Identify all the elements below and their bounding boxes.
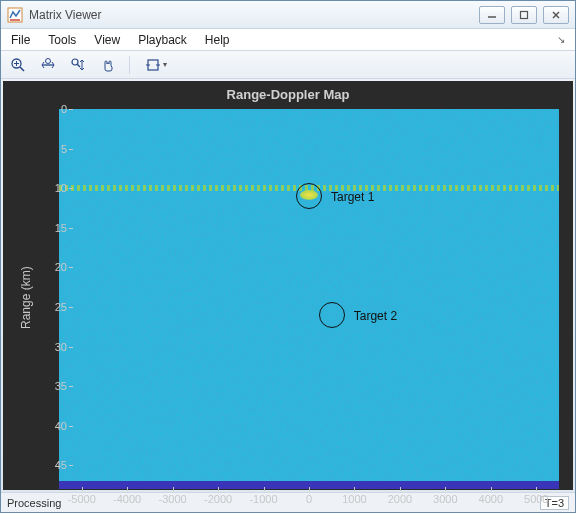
autoscale-button[interactable]: ▾ <box>140 54 172 76</box>
maximize-button[interactable] <box>511 6 537 24</box>
zoom-y-button[interactable] <box>67 54 89 76</box>
target-2-marker <box>319 302 345 328</box>
target-1-label: Target 1 <box>331 190 374 204</box>
menubar-overflow-icon[interactable]: ↘ <box>557 34 565 45</box>
menu-tools[interactable]: Tools <box>48 33 76 47</box>
toolbar: ▾ <box>1 51 575 79</box>
menu-playback[interactable]: Playback <box>138 33 187 47</box>
svg-line-12 <box>77 64 80 67</box>
window-controls <box>479 6 569 24</box>
zoom-in-button[interactable] <box>7 54 29 76</box>
svg-line-6 <box>20 67 24 71</box>
app-window: Matrix Viewer File Tools View Playback H… <box>0 0 576 513</box>
magnifier-plus-icon <box>10 57 26 73</box>
svg-rect-17 <box>59 109 559 489</box>
svg-rect-2 <box>521 11 528 18</box>
heatmap-surface[interactable]: Target 1 Target 2 <box>59 109 559 489</box>
window-title: Matrix Viewer <box>29 8 479 22</box>
status-text: Processing <box>7 497 61 509</box>
plot-panel: Range-Doppler Map Target 1 <box>3 81 573 490</box>
axes[interactable]: Target 1 Target 2 <box>59 109 559 489</box>
zoom-y-icon <box>70 57 86 73</box>
noise-layer <box>59 109 559 489</box>
axes-wrap: Target 1 Target 2 051015202530354045 -50… <box>3 81 573 490</box>
hand-icon <box>100 57 116 73</box>
menu-file[interactable]: File <box>11 33 30 47</box>
toolbar-separator <box>129 56 130 74</box>
titlebar[interactable]: Matrix Viewer <box>1 1 575 29</box>
dropdown-icon: ▾ <box>163 60 167 69</box>
svg-point-10 <box>46 58 51 63</box>
pan-button[interactable] <box>97 54 119 76</box>
target-2-label: Target 2 <box>354 309 397 323</box>
autoscale-icon <box>145 57 161 73</box>
y-axis-label: Range (km) <box>19 266 33 329</box>
zoom-x-button[interactable] <box>37 54 59 76</box>
menubar: File Tools View Playback Help ↘ <box>1 29 575 51</box>
minimize-button[interactable] <box>479 6 505 24</box>
target-1-marker <box>296 183 322 209</box>
menu-view[interactable]: View <box>94 33 120 47</box>
zoom-x-icon <box>40 57 56 73</box>
app-icon <box>7 7 23 23</box>
menu-help[interactable]: Help <box>205 33 230 47</box>
close-button[interactable] <box>543 6 569 24</box>
